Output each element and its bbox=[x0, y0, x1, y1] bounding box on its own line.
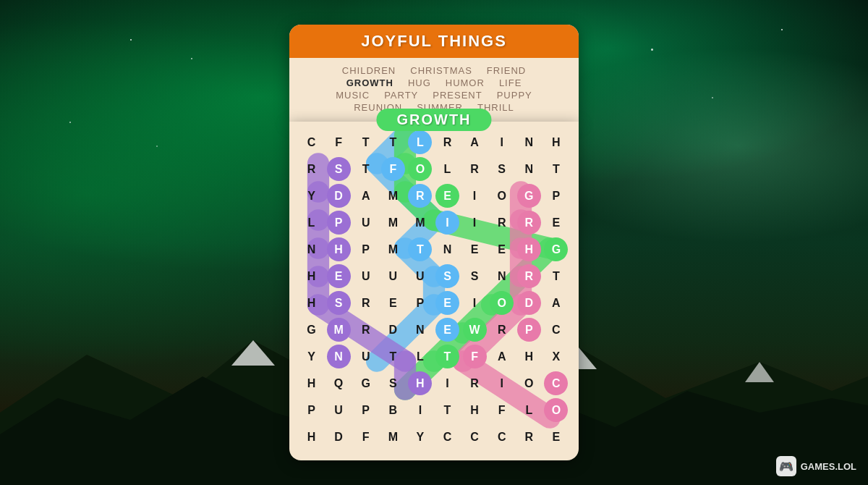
table-row[interactable]: T bbox=[380, 343, 407, 370]
table-row[interactable]: Y bbox=[407, 423, 433, 450]
table-row[interactable]: M bbox=[380, 209, 407, 236]
letter-grid[interactable]: CFTTLRAINHRSTFOLRSNTYDAMREIOGPLPUMMIIRRE… bbox=[298, 129, 570, 450]
table-row[interactable]: T bbox=[352, 129, 379, 156]
table-row[interactable]: M bbox=[380, 236, 407, 263]
table-row[interactable]: W bbox=[461, 316, 488, 343]
table-row[interactable]: A bbox=[352, 182, 379, 209]
table-row[interactable]: N bbox=[516, 156, 542, 182]
table-row[interactable]: U bbox=[380, 263, 407, 290]
table-row[interactable]: C bbox=[542, 316, 569, 343]
table-row[interactable]: T bbox=[434, 343, 461, 370]
table-row[interactable]: I bbox=[434, 370, 461, 397]
table-row[interactable]: R bbox=[352, 290, 379, 316]
table-row[interactable]: R bbox=[461, 370, 488, 397]
table-row[interactable]: N bbox=[516, 129, 542, 156]
table-row[interactable]: S bbox=[380, 370, 407, 397]
table-row[interactable]: U bbox=[352, 343, 379, 370]
table-row[interactable]: Q bbox=[326, 370, 352, 397]
table-row[interactable]: A bbox=[542, 290, 569, 316]
table-row[interactable]: I bbox=[488, 129, 515, 156]
table-row[interactable]: R bbox=[407, 182, 433, 209]
table-row[interactable]: N bbox=[434, 236, 461, 263]
table-row[interactable]: P bbox=[326, 209, 352, 236]
table-row[interactable]: M bbox=[407, 209, 433, 236]
table-row[interactable]: S bbox=[461, 263, 488, 290]
table-row[interactable]: R bbox=[488, 316, 515, 343]
table-row[interactable]: N bbox=[326, 343, 352, 370]
table-row[interactable]: R bbox=[434, 129, 461, 156]
table-row[interactable]: S bbox=[488, 156, 515, 182]
table-row[interactable]: O bbox=[488, 290, 515, 316]
table-row[interactable]: Y bbox=[298, 182, 325, 209]
table-row[interactable]: O bbox=[407, 156, 433, 182]
table-row[interactable]: M bbox=[380, 423, 407, 450]
table-row[interactable]: S bbox=[326, 156, 352, 182]
table-row[interactable]: H bbox=[298, 290, 325, 316]
table-row[interactable]: I bbox=[461, 290, 488, 316]
table-row[interactable]: E bbox=[542, 423, 569, 450]
table-row[interactable]: M bbox=[326, 316, 352, 343]
table-row[interactable]: E bbox=[488, 236, 515, 263]
table-row[interactable]: X bbox=[542, 343, 569, 370]
table-row[interactable]: E bbox=[326, 263, 352, 290]
table-row[interactable]: C bbox=[298, 129, 325, 156]
table-row[interactable]: U bbox=[352, 209, 379, 236]
table-row[interactable]: T bbox=[407, 236, 433, 263]
table-row[interactable]: O bbox=[488, 182, 515, 209]
table-row[interactable]: Y bbox=[298, 343, 325, 370]
table-row[interactable]: P bbox=[407, 290, 433, 316]
table-row[interactable]: G bbox=[542, 236, 569, 263]
table-row[interactable]: H bbox=[516, 236, 542, 263]
table-row[interactable]: I bbox=[434, 209, 461, 236]
table-row[interactable]: I bbox=[488, 370, 515, 397]
table-row[interactable]: H bbox=[407, 370, 433, 397]
table-row[interactable]: L bbox=[407, 129, 433, 156]
table-row[interactable]: D bbox=[326, 182, 352, 209]
table-row[interactable]: H bbox=[542, 129, 569, 156]
table-row[interactable]: E bbox=[434, 182, 461, 209]
table-row[interactable]: O bbox=[516, 370, 542, 397]
table-row[interactable]: L bbox=[298, 209, 325, 236]
table-row[interactable]: C bbox=[434, 423, 461, 450]
table-row[interactable]: P bbox=[516, 316, 542, 343]
table-row[interactable]: N bbox=[298, 236, 325, 263]
table-row[interactable]: N bbox=[407, 316, 433, 343]
table-row[interactable]: U bbox=[407, 263, 433, 290]
table-row[interactable]: H bbox=[326, 236, 352, 263]
table-row[interactable]: M bbox=[380, 182, 407, 209]
table-row[interactable]: L bbox=[516, 397, 542, 423]
table-row[interactable]: F bbox=[380, 156, 407, 182]
table-row[interactable]: S bbox=[434, 263, 461, 290]
table-row[interactable]: E bbox=[434, 290, 461, 316]
table-row[interactable]: E bbox=[461, 236, 488, 263]
table-row[interactable]: A bbox=[488, 343, 515, 370]
table-row[interactable]: U bbox=[326, 397, 352, 423]
table-row[interactable]: F bbox=[488, 397, 515, 423]
table-row[interactable]: H bbox=[298, 263, 325, 290]
table-row[interactable]: H bbox=[516, 343, 542, 370]
table-row[interactable]: U bbox=[352, 263, 379, 290]
table-row[interactable]: H bbox=[298, 423, 325, 450]
table-row[interactable]: I bbox=[461, 209, 488, 236]
table-row[interactable]: P bbox=[298, 397, 325, 423]
table-row[interactable]: C bbox=[542, 370, 569, 397]
table-row[interactable]: G bbox=[352, 370, 379, 397]
table-row[interactable]: R bbox=[352, 316, 379, 343]
table-row[interactable]: A bbox=[461, 129, 488, 156]
table-row[interactable]: D bbox=[380, 316, 407, 343]
table-row[interactable]: I bbox=[461, 182, 488, 209]
table-row[interactable]: C bbox=[488, 423, 515, 450]
table-row[interactable]: T bbox=[542, 156, 569, 182]
table-row[interactable]: P bbox=[352, 236, 379, 263]
table-row[interactable]: H bbox=[461, 397, 488, 423]
table-row[interactable]: B bbox=[380, 397, 407, 423]
table-row[interactable]: G bbox=[516, 182, 542, 209]
table-row[interactable]: I bbox=[407, 397, 433, 423]
table-row[interactable]: F bbox=[326, 129, 352, 156]
table-row[interactable]: L bbox=[407, 343, 433, 370]
table-row[interactable]: D bbox=[326, 423, 352, 450]
table-row[interactable]: E bbox=[434, 316, 461, 343]
table-row[interactable]: H bbox=[298, 370, 325, 397]
table-row[interactable]: E bbox=[380, 290, 407, 316]
table-row[interactable]: F bbox=[461, 343, 488, 370]
